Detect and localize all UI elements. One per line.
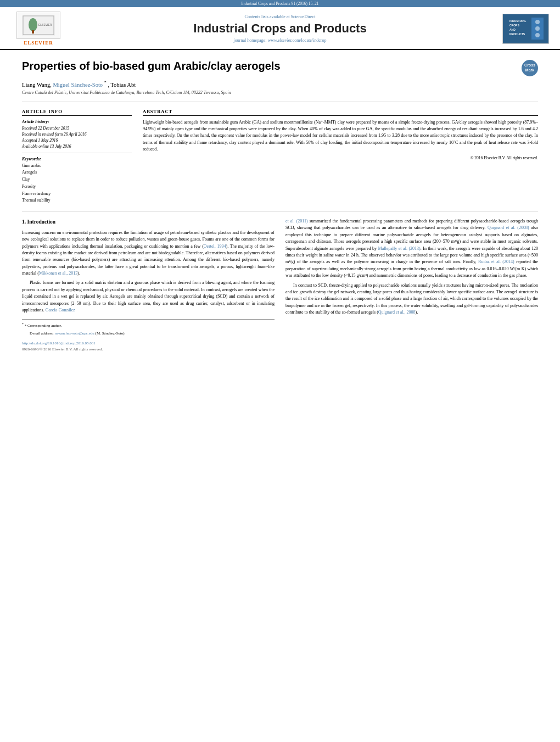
article-info-heading: ARTICLE INFO [22,109,132,116]
keyword-4: Porosity [22,183,132,191]
homepage-url[interactable]: www.elsevier.com/locate/indcrop [267,38,326,43]
keywords-label: Keywords: [22,157,132,161]
journal-volume-info: Industrial Crops and Products 91 (2016) … [241,1,318,6]
journal-title-area: Contents lists available at ScienceDirec… [66,14,494,43]
journal-header: ELSEVIER ELSEVIER Contents lists availab… [0,7,560,50]
corresponding-star: * [104,80,107,85]
ref-quignard2008[interactable]: Quignard et al. (2008) [488,225,529,230]
doi-area: http://dx.doi.org/10.1016/j.indcrop.2016… [22,341,275,353]
keyword-1: Gum arabic [22,163,132,170]
issn-line: 0926-6690/© 2016 Elsevier B.V. All right… [22,347,275,353]
svg-rect-3 [32,30,34,34]
article-history-label: Article history: [22,119,132,124]
ref-garcia2011[interactable]: et al. (2011) [285,219,308,224]
intro-para-3: et al. (2011) summarized the fundamental… [285,218,538,280]
svg-text:AND: AND [509,28,516,31]
ref-mallepally[interactable]: Mallepally et al. (2013) [378,246,421,251]
svg-point-2 [29,18,37,31]
article-content: Properties of bio-based gum Arabic/clay … [0,50,560,362]
keyword-3: Clay [22,176,132,183]
footnote-area: * * Corresponding author. E-mail address… [22,319,275,336]
keywords-list: Gum arabic Aerogels Clay Porosity Flame … [22,163,132,205]
introduction-heading: 1. Introduction [22,218,275,226]
copyright-notice: © 2016 Elsevier B.V. All rights reserved… [143,155,538,161]
homepage-label: journal homepage: www.elsevier.com/locat… [71,38,489,43]
keyword-6: Thermal stability [22,197,132,204]
crossmark-badge[interactable]: Cross Mark [522,60,538,76]
journal-right-logo: INDUSTRIAL CROPS AND PRODUCTS [494,14,549,44]
sciencedirect-label[interactable]: Contents lists available at ScienceDirec… [71,14,489,19]
available-date: Available online 13 July 2016 [22,143,132,149]
svg-text:INDUSTRIAL: INDUSTRIAL [509,19,526,23]
journal-name: Industrial Crops and Products [71,21,489,36]
body-col-right: et al. (2011) summarized the fundamental… [285,218,538,353]
header-divider [22,102,538,102]
svg-point-12 [535,26,540,31]
svg-text:CROPS: CROPS [509,24,519,27]
info-keywords-divider [22,153,132,153]
ref-quignard2008b[interactable]: Quignard et al., 2008 [378,310,416,315]
right-logo-box: INDUSTRIAL CROPS AND PRODUCTS [502,14,549,44]
ref-mikkonen[interactable]: Mikkonen et al., 2013 [39,271,77,276]
elsevier-brand-text: ELSEVIER [24,40,53,46]
svg-text:Cross: Cross [524,63,535,67]
page: Industrial Crops and Products 91 (2016) … [0,0,560,742]
journal-ribbon: Industrial Crops and Products 91 (2016) … [0,0,560,7]
elsevier-logo-image: ELSEVIER [16,12,60,39]
keyword-5: Flame retardancy [22,191,132,198]
article-info-panel: ARTICLE INFO Article history: Received 2… [22,109,132,205]
author-link-sanchez[interactable]: Miguel Sánchez-Soto [53,82,103,88]
abstract-panel: ABSTRACT Lightweight bio-based aerogels … [143,109,538,205]
svg-text:PRODUCTS: PRODUCTS [509,32,525,36]
info-abstract-columns: ARTICLE INFO Article history: Received 2… [22,109,538,205]
sciencedirect-link-text[interactable]: ScienceDirect [291,14,316,19]
intro-para-4: In contrast to SCD, freeze-drying applie… [285,282,538,316]
footnote-corresponding: * * Corresponding author. [22,322,275,329]
accepted-date: Accepted 1 May 2016 [22,137,132,143]
body-col-left: 1. Introduction Increasing concern on en… [22,218,275,353]
keyword-2: Aerogels [22,169,132,176]
intro-para-1: Increasing concern on environmental prot… [22,230,275,277]
abstract-heading: ABSTRACT [143,109,538,116]
affiliation: Centre Català del Plàstic, Universitat P… [22,90,538,95]
received-date: Received 22 December 2015 [22,125,132,131]
abstract-text: Lightweight bio-based aerogels from sust… [143,119,538,162]
body-columns: 1. Introduction Increasing concern on en… [22,218,538,353]
svg-point-13 [535,33,540,37]
ref-oertel[interactable]: Oertel, 1994 [204,244,226,249]
ref-garcia-gonzalez[interactable]: García-González [46,308,75,313]
ref-rudaz[interactable]: Rudaz et al. (2014) [478,259,514,264]
abstract-body-divider [22,211,538,211]
elsevier-logo: ELSEVIER ELSEVIER [11,12,66,46]
svg-text:Mark: Mark [525,68,534,72]
doi-link[interactable]: http://dx.doi.org/10.1016/j.indcrop.2016… [22,341,275,347]
received-revised-date: Received in revised form 26 April 2016 [22,131,132,137]
article-title: Properties of bio-based gum Arabic/clay … [22,60,516,72]
footnote-email: E-mail address: m-sanchez-soto@upc.edu (… [22,331,275,337]
svg-point-11 [535,20,540,24]
authors-line: Liang Wang, Miguel Sánchez-Soto * , Tobi… [22,80,538,88]
footnote-email-link[interactable]: m-sanchez-soto@upc.edu [55,331,94,336]
intro-para-2: Plastic foams are formed by a solid matr… [22,280,275,314]
svg-text:ELSEVIER: ELSEVIER [38,23,52,26]
footnote-star-symbol: * [22,322,24,326]
